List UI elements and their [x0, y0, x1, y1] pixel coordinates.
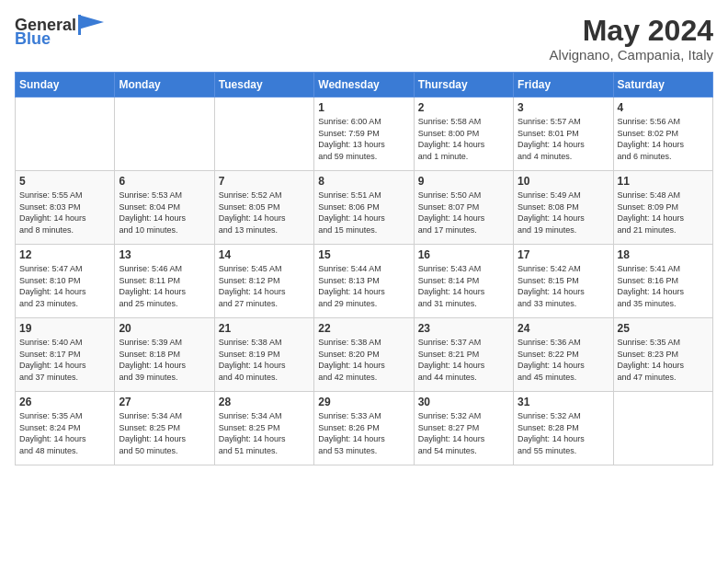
calendar-cell: 18Sunrise: 5:41 AM Sunset: 8:16 PM Dayli… [613, 245, 712, 318]
day-info: Sunrise: 5:39 AM Sunset: 8:18 PM Dayligh… [119, 337, 210, 383]
calendar-cell: 13Sunrise: 5:46 AM Sunset: 8:11 PM Dayli… [115, 245, 214, 318]
day-header-friday: Friday [514, 73, 613, 98]
calendar-cell: 8Sunrise: 5:51 AM Sunset: 8:06 PM Daylig… [314, 171, 414, 245]
day-number: 9 [418, 175, 509, 188]
location-subtitle: Alvignano, Campania, Italy [550, 47, 713, 63]
day-info: Sunrise: 5:48 AM Sunset: 8:09 PM Dayligh… [618, 190, 709, 236]
day-info: Sunrise: 5:35 AM Sunset: 8:24 PM Dayligh… [19, 410, 110, 456]
logo-blue: Blue [15, 29, 51, 49]
svg-rect-1 [78, 15, 81, 35]
day-header-monday: Monday [115, 73, 214, 98]
day-header-saturday: Saturday [613, 73, 712, 98]
calendar-cell: 20Sunrise: 5:39 AM Sunset: 8:18 PM Dayli… [115, 318, 214, 392]
day-number: 19 [19, 322, 110, 335]
day-header-tuesday: Tuesday [214, 73, 313, 98]
calendar-cell: 4Sunrise: 5:56 AM Sunset: 8:02 PM Daylig… [613, 98, 712, 171]
day-info: Sunrise: 5:58 AM Sunset: 8:00 PM Dayligh… [418, 116, 509, 162]
calendar-cell: 12Sunrise: 5:47 AM Sunset: 8:10 PM Dayli… [16, 245, 115, 318]
calendar-cell: 22Sunrise: 5:38 AM Sunset: 8:20 PM Dayli… [314, 318, 414, 392]
calendar-cell: 27Sunrise: 5:34 AM Sunset: 8:25 PM Dayli… [115, 392, 214, 465]
calendar-cell: 19Sunrise: 5:40 AM Sunset: 8:17 PM Dayli… [16, 318, 115, 392]
calendar-cell: 7Sunrise: 5:52 AM Sunset: 8:05 PM Daylig… [214, 171, 313, 245]
day-number: 31 [518, 396, 609, 408]
day-number: 6 [119, 175, 210, 188]
calendar-cell: 30Sunrise: 5:32 AM Sunset: 8:27 PM Dayli… [414, 392, 513, 465]
calendar-week-2: 5Sunrise: 5:55 AM Sunset: 8:03 PM Daylig… [16, 171, 713, 245]
day-number: 18 [618, 248, 709, 261]
calendar-cell: 9Sunrise: 5:50 AM Sunset: 8:07 PM Daylig… [414, 171, 513, 245]
day-number: 16 [418, 248, 509, 261]
day-number: 27 [119, 396, 210, 408]
day-number: 29 [318, 396, 409, 408]
calendar-cell: 2Sunrise: 5:58 AM Sunset: 8:00 PM Daylig… [414, 98, 513, 171]
day-number: 25 [618, 322, 709, 335]
calendar-cell: 5Sunrise: 5:55 AM Sunset: 8:03 PM Daylig… [16, 171, 115, 245]
calendar-week-3: 12Sunrise: 5:47 AM Sunset: 8:10 PM Dayli… [16, 245, 713, 318]
day-number: 26 [19, 396, 110, 408]
day-info: Sunrise: 5:57 AM Sunset: 8:01 PM Dayligh… [518, 116, 609, 162]
day-info: Sunrise: 5:34 AM Sunset: 8:25 PM Dayligh… [119, 410, 210, 456]
calendar-cell: 6Sunrise: 5:53 AM Sunset: 8:04 PM Daylig… [115, 171, 214, 245]
day-info: Sunrise: 5:32 AM Sunset: 8:28 PM Dayligh… [518, 410, 609, 456]
day-info: Sunrise: 5:43 AM Sunset: 8:14 PM Dayligh… [418, 263, 509, 309]
calendar-cell [214, 98, 313, 171]
calendar-table: SundayMondayTuesdayWednesdayThursdayFrid… [15, 72, 713, 465]
day-number: 2 [418, 101, 509, 114]
calendar-cell: 23Sunrise: 5:37 AM Sunset: 8:21 PM Dayli… [414, 318, 513, 392]
month-year-title: May 2024 [550, 15, 713, 47]
day-info: Sunrise: 5:51 AM Sunset: 8:06 PM Dayligh… [318, 190, 409, 236]
day-info: Sunrise: 5:34 AM Sunset: 8:25 PM Dayligh… [219, 410, 310, 456]
day-info: Sunrise: 5:38 AM Sunset: 8:20 PM Dayligh… [318, 337, 409, 383]
day-info: Sunrise: 5:44 AM Sunset: 8:13 PM Dayligh… [318, 263, 409, 309]
day-number: 20 [119, 322, 210, 335]
day-info: Sunrise: 5:33 AM Sunset: 8:26 PM Dayligh… [318, 410, 409, 456]
day-info: Sunrise: 5:36 AM Sunset: 8:22 PM Dayligh… [518, 337, 609, 383]
day-number: 30 [418, 396, 509, 408]
day-number: 28 [219, 396, 310, 408]
day-number: 14 [219, 248, 310, 261]
calendar-cell [16, 98, 115, 171]
day-info: Sunrise: 5:50 AM Sunset: 8:07 PM Dayligh… [418, 190, 509, 236]
calendar-cell: 17Sunrise: 5:42 AM Sunset: 8:15 PM Dayli… [514, 245, 613, 318]
day-header-thursday: Thursday [414, 73, 513, 98]
day-info: Sunrise: 5:38 AM Sunset: 8:19 PM Dayligh… [219, 337, 310, 383]
day-header-wednesday: Wednesday [314, 73, 414, 98]
calendar-week-4: 19Sunrise: 5:40 AM Sunset: 8:17 PM Dayli… [16, 318, 713, 392]
day-info: Sunrise: 5:42 AM Sunset: 8:15 PM Dayligh… [518, 263, 609, 309]
svg-marker-0 [78, 15, 104, 29]
calendar-cell [613, 392, 712, 465]
day-number: 22 [318, 322, 409, 335]
calendar-cell: 28Sunrise: 5:34 AM Sunset: 8:25 PM Dayli… [214, 392, 313, 465]
calendar-cell [115, 98, 214, 171]
logo-flag-icon [78, 15, 104, 35]
calendar-cell: 26Sunrise: 5:35 AM Sunset: 8:24 PM Dayli… [16, 392, 115, 465]
day-number: 24 [518, 322, 609, 335]
day-number: 8 [318, 175, 409, 188]
calendar-cell: 21Sunrise: 5:38 AM Sunset: 8:19 PM Dayli… [214, 318, 313, 392]
day-info: Sunrise: 5:49 AM Sunset: 8:08 PM Dayligh… [518, 190, 609, 236]
day-number: 1 [318, 101, 409, 114]
day-info: Sunrise: 5:41 AM Sunset: 8:16 PM Dayligh… [618, 263, 709, 309]
calendar-cell: 1Sunrise: 6:00 AM Sunset: 7:59 PM Daylig… [314, 98, 414, 171]
calendar-cell: 15Sunrise: 5:44 AM Sunset: 8:13 PM Dayli… [314, 245, 414, 318]
day-number: 12 [19, 248, 110, 261]
calendar-header-row: SundayMondayTuesdayWednesdayThursdayFrid… [16, 73, 713, 98]
day-info: Sunrise: 5:40 AM Sunset: 8:17 PM Dayligh… [19, 337, 110, 383]
day-header-sunday: Sunday [16, 73, 115, 98]
calendar-cell: 24Sunrise: 5:36 AM Sunset: 8:22 PM Dayli… [514, 318, 613, 392]
calendar-week-5: 26Sunrise: 5:35 AM Sunset: 8:24 PM Dayli… [16, 392, 713, 465]
day-info: Sunrise: 5:56 AM Sunset: 8:02 PM Dayligh… [618, 116, 709, 162]
calendar-cell: 25Sunrise: 5:35 AM Sunset: 8:23 PM Dayli… [613, 318, 712, 392]
day-number: 11 [618, 175, 709, 188]
day-number: 21 [219, 322, 310, 335]
logo: General Blue [15, 15, 104, 49]
calendar-cell: 16Sunrise: 5:43 AM Sunset: 8:14 PM Dayli… [414, 245, 513, 318]
day-number: 15 [318, 248, 409, 261]
day-info: Sunrise: 5:45 AM Sunset: 8:12 PM Dayligh… [219, 263, 310, 309]
page-header: General Blue May 2024 Alvignano, Campani… [15, 15, 713, 63]
calendar-cell: 3Sunrise: 5:57 AM Sunset: 8:01 PM Daylig… [514, 98, 613, 171]
calendar-cell: 10Sunrise: 5:49 AM Sunset: 8:08 PM Dayli… [514, 171, 613, 245]
day-info: Sunrise: 5:53 AM Sunset: 8:04 PM Dayligh… [119, 190, 210, 236]
day-number: 5 [19, 175, 110, 188]
calendar-cell: 31Sunrise: 5:32 AM Sunset: 8:28 PM Dayli… [514, 392, 613, 465]
